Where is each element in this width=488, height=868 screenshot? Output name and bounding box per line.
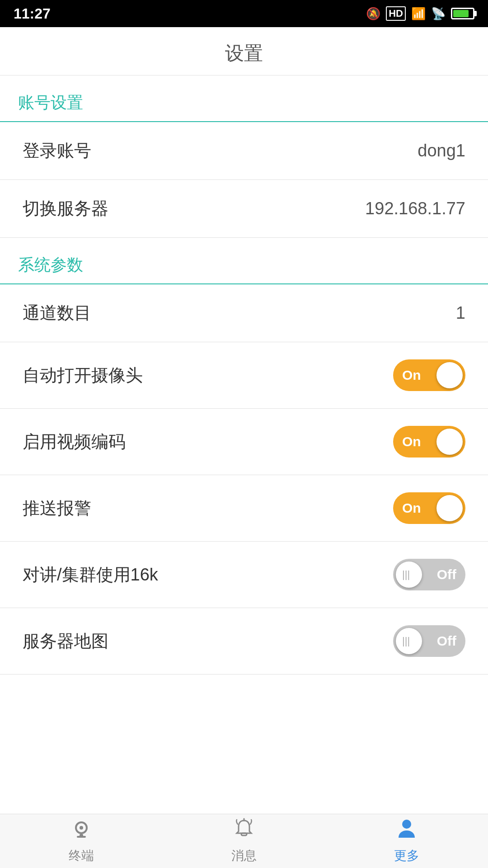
- login-account-value: dong1: [418, 141, 465, 160]
- status-bar: 11:27 🔕 HD 📶 📡: [0, 0, 488, 27]
- svg-rect-3: [77, 836, 86, 838]
- server-map-label: 服务器地图: [23, 630, 108, 653]
- account-section-label: 账号设置: [18, 93, 83, 112]
- intercom-16k-toggle-lines: |||: [402, 569, 410, 580]
- server-map-toggle-lines: |||: [402, 635, 410, 647]
- auto-camera-toggle-knob: [436, 362, 463, 388]
- login-account-label: 登录账号: [23, 139, 91, 162]
- nav-terminal[interactable]: 终端: [69, 818, 94, 864]
- switch-server-label: 切换服务器: [23, 197, 108, 220]
- channel-count-row[interactable]: 通道数目 1: [0, 284, 488, 342]
- notification-icon: 🔕: [366, 7, 380, 21]
- switch-server-value: 192.168.1.77: [365, 199, 465, 218]
- server-map-row: 服务器地图 ||| Off: [0, 608, 488, 675]
- battery-icon: [451, 8, 474, 19]
- intercom-16k-label: 对讲/集群使用16k: [23, 563, 158, 586]
- status-time: 11:27: [14, 5, 51, 22]
- content: 账号设置 登录账号 dong1 切换服务器 192.168.1.77 系统参数 …: [0, 75, 488, 868]
- server-map-toggle[interactable]: ||| Off: [393, 625, 465, 657]
- push-alarm-row: 推送报警 On |||: [0, 475, 488, 542]
- svg-rect-4: [241, 833, 247, 835]
- account-section-header: 账号设置: [0, 75, 488, 121]
- channel-count-value: 1: [456, 303, 465, 323]
- intercom-16k-toggle-label: Off: [437, 567, 456, 582]
- auto-camera-label: 自动打开摄像头: [23, 364, 143, 387]
- nav-terminal-label: 终端: [69, 847, 94, 864]
- bottom-nav: 终端 消息 更多: [0, 814, 488, 868]
- video-codec-toggle[interactable]: On |||: [393, 426, 465, 458]
- server-map-toggle-label: Off: [437, 633, 456, 649]
- nav-more-label: 更多: [394, 847, 419, 864]
- section-system: 系统参数 通道数目 1 自动打开摄像头 On ||| 启用视频编码 On |||: [0, 238, 488, 675]
- push-alarm-label: 推送报警: [23, 497, 91, 520]
- switch-server-row[interactable]: 切换服务器 192.168.1.77: [0, 180, 488, 238]
- video-codec-toggle-label: On: [402, 434, 421, 449]
- system-section-header: 系统参数: [0, 238, 488, 283]
- wifi-icon: 📡: [431, 7, 446, 21]
- login-account-row[interactable]: 登录账号 dong1: [0, 122, 488, 180]
- svg-point-1: [80, 826, 83, 830]
- signal-icon: 📶: [411, 7, 426, 21]
- nav-message[interactable]: 消息: [231, 818, 257, 864]
- intercom-16k-row: 对讲/集群使用16k ||| Off: [0, 542, 488, 608]
- hd-icon: HD: [386, 6, 406, 21]
- auto-camera-row: 自动打开摄像头 On |||: [0, 342, 488, 409]
- intercom-16k-toggle[interactable]: ||| Off: [393, 559, 465, 590]
- auto-camera-toggle-label: On: [402, 368, 421, 383]
- nav-more[interactable]: 更多: [394, 818, 419, 864]
- video-codec-toggle-knob: [436, 429, 463, 455]
- push-alarm-toggle-label: On: [402, 500, 421, 516]
- video-codec-label: 启用视频编码: [23, 430, 126, 453]
- page-title-bar: 设置: [0, 27, 488, 75]
- terminal-icon: [70, 818, 92, 844]
- push-alarm-toggle[interactable]: On |||: [393, 492, 465, 524]
- svg-point-6: [402, 820, 411, 829]
- more-icon: [396, 818, 418, 844]
- section-account: 账号设置 登录账号 dong1 切换服务器 192.168.1.77: [0, 75, 488, 238]
- message-icon: [233, 818, 255, 844]
- nav-message-label: 消息: [231, 847, 257, 864]
- status-icons: 🔕 HD 📶 📡: [366, 6, 474, 21]
- system-section-label: 系统参数: [18, 255, 83, 274]
- push-alarm-toggle-knob: [436, 495, 463, 521]
- page-title: 设置: [0, 41, 488, 66]
- video-codec-row: 启用视频编码 On |||: [0, 409, 488, 475]
- auto-camera-toggle[interactable]: On |||: [393, 359, 465, 391]
- channel-count-label: 通道数目: [23, 302, 91, 325]
